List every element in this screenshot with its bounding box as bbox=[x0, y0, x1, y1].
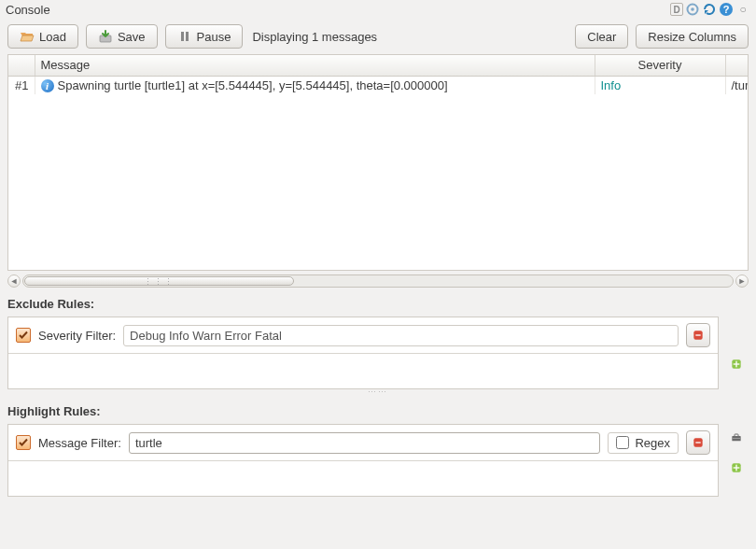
row-node: /turt bbox=[725, 76, 749, 94]
scroll-track[interactable]: ⋮⋮⋮ bbox=[22, 274, 734, 288]
save-label: Save bbox=[118, 30, 146, 44]
svg-rect-19 bbox=[734, 467, 740, 468]
help-icon[interactable]: ? bbox=[719, 2, 734, 17]
regex-checkbox[interactable] bbox=[616, 436, 629, 449]
dock-icon[interactable]: D bbox=[670, 3, 683, 16]
svg-rect-8 bbox=[695, 334, 700, 335]
info-icon: i bbox=[41, 79, 54, 92]
highlight-rule-enabled-checkbox[interactable] bbox=[16, 435, 31, 450]
regex-toggle[interactable]: Regex bbox=[608, 432, 679, 454]
svg-rect-11 bbox=[734, 363, 740, 364]
row-message: iSpawning turtle [turtle1] at x=[5.54444… bbox=[35, 76, 595, 94]
load-button[interactable]: Load bbox=[7, 24, 78, 49]
minus-icon bbox=[693, 327, 704, 344]
window-title: Console bbox=[6, 3, 50, 17]
toolbar: Load Save Pause Displaying 1 messages Cl… bbox=[0, 19, 756, 54]
load-label: Load bbox=[39, 30, 66, 44]
row-number: #1 bbox=[8, 76, 35, 94]
highlight-rule-label: Message Filter: bbox=[38, 436, 121, 450]
titlebar: Console D ? ○ bbox=[0, 0, 756, 19]
clear-button[interactable]: Clear bbox=[575, 24, 628, 49]
status-text: Displaying 1 messages bbox=[250, 30, 377, 44]
clear-label: Clear bbox=[587, 30, 616, 44]
col-node[interactable] bbox=[725, 55, 749, 76]
svg-point-1 bbox=[691, 7, 694, 11]
titlebar-right: D ? ○ bbox=[670, 2, 750, 17]
pause-icon bbox=[177, 29, 192, 44]
exclude-rule-row[interactable]: Severity Filter: Debug Info Warn Error F… bbox=[8, 317, 718, 354]
highlight-heading: Highlight Rules: bbox=[0, 395, 756, 422]
svg-rect-6 bbox=[186, 32, 189, 41]
delete-highlight-rule-button[interactable] bbox=[686, 430, 710, 455]
plus-icon bbox=[731, 459, 742, 476]
highlight-settings-button[interactable] bbox=[724, 426, 749, 450]
highlight-rule-input[interactable] bbox=[129, 432, 601, 454]
table-row[interactable]: #1 iSpawning turtle [turtle1] at x=[5.54… bbox=[8, 76, 749, 94]
exclude-rule-enabled-checkbox[interactable] bbox=[16, 328, 31, 343]
delete-exclude-rule-button[interactable] bbox=[686, 323, 710, 347]
horizontal-scrollbar[interactable]: ◄ ⋮⋮⋮ ► bbox=[7, 274, 749, 288]
exclude-side-buttons bbox=[724, 317, 749, 389]
save-button[interactable]: Save bbox=[86, 24, 158, 49]
exclude-rule-label: Severity Filter: bbox=[38, 329, 116, 343]
regex-label: Regex bbox=[635, 436, 670, 450]
gear-icon[interactable] bbox=[685, 2, 700, 17]
reload-icon[interactable] bbox=[702, 2, 717, 17]
scroll-right-icon[interactable]: ► bbox=[735, 274, 749, 288]
highlight-rules-list: Message Filter: Regex bbox=[7, 424, 719, 497]
minus-icon bbox=[693, 434, 704, 451]
folder-open-icon bbox=[20, 29, 35, 44]
pause-button[interactable]: Pause bbox=[165, 24, 244, 49]
exclude-rules-list: Severity Filter: Debug Info Warn Error F… bbox=[7, 317, 719, 389]
col-severity[interactable]: Severity bbox=[595, 55, 725, 76]
toolbox-icon bbox=[731, 429, 742, 446]
svg-rect-13 bbox=[695, 442, 700, 443]
scroll-left-icon[interactable]: ◄ bbox=[7, 274, 21, 288]
highlight-side-buttons bbox=[724, 424, 749, 497]
row-severity: Info bbox=[595, 76, 725, 94]
highlight-rule-row[interactable]: Message Filter: Regex bbox=[8, 425, 718, 461]
svg-rect-15 bbox=[735, 434, 738, 437]
exclude-rule-value[interactable]: Debug Info Warn Error Fatal bbox=[123, 325, 679, 346]
save-icon bbox=[98, 29, 113, 44]
add-exclude-rule-button[interactable] bbox=[724, 352, 749, 376]
add-highlight-rule-button[interactable] bbox=[724, 456, 749, 480]
row-message-text: Spawning turtle [turtle1] at x=[5.544445… bbox=[58, 78, 448, 92]
scroll-thumb[interactable]: ⋮⋮⋮ bbox=[24, 276, 294, 286]
resize-columns-button[interactable]: Resize Columns bbox=[636, 24, 749, 49]
svg-text:?: ? bbox=[723, 4, 730, 15]
highlight-rules: Message Filter: Regex bbox=[7, 424, 749, 497]
close-icon[interactable]: ○ bbox=[735, 2, 750, 17]
col-number[interactable] bbox=[8, 55, 35, 76]
message-table: Message Severity #1 iSpawning turtle [tu… bbox=[7, 54, 749, 271]
col-message[interactable]: Message bbox=[35, 55, 595, 76]
plus-icon bbox=[731, 356, 742, 373]
exclude-rules: Severity Filter: Debug Info Warn Error F… bbox=[7, 317, 749, 389]
svg-rect-16 bbox=[732, 438, 740, 439]
resize-label: Resize Columns bbox=[648, 30, 736, 44]
exclude-heading: Exclude Rules: bbox=[0, 288, 756, 315]
pause-label: Pause bbox=[197, 30, 231, 44]
svg-rect-5 bbox=[181, 32, 184, 41]
table-header-row: Message Severity bbox=[8, 55, 749, 76]
